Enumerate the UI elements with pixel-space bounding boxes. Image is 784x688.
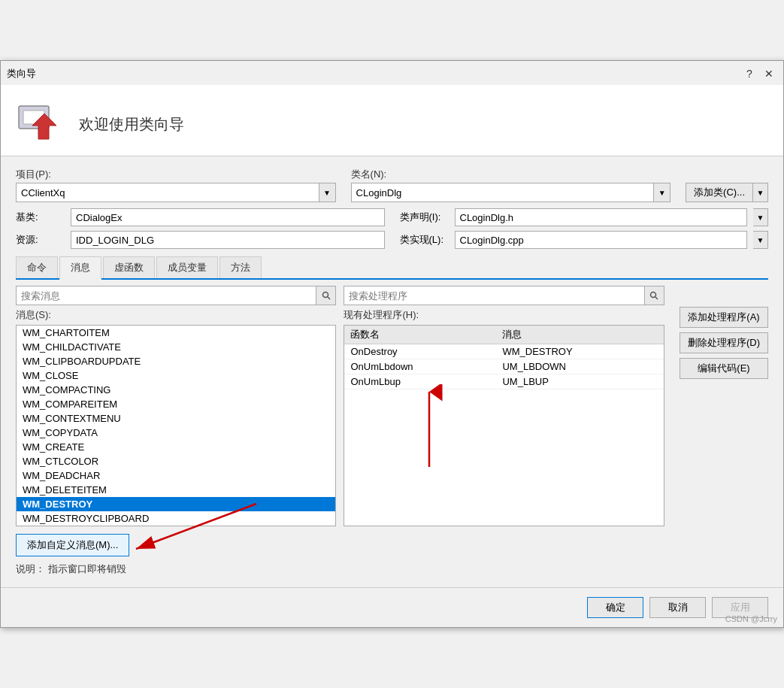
table-row[interactable]: OnUmLbdown UM_LBDOWN [344,359,663,374]
list-item[interactable]: WM_COMPAREITEM [17,397,335,411]
svg-line-4 [328,297,330,299]
classname-dropdown-icon[interactable]: ▼ [654,183,670,202]
svg-point-3 [322,292,328,298]
msg-cell: WM_DESTROY [496,344,664,359]
add-class-split-icon[interactable]: ▼ [753,183,768,202]
description-label: 说明： [16,563,45,574]
classdecl-value: CLoginDlg.h [455,208,748,226]
svg-line-6 [655,297,658,299]
search-icon [649,291,658,300]
list-item-wm-destroy[interactable]: WM_DESTROY [17,497,335,511]
resource-label: 资源: [16,233,65,247]
titlebar: 类向导 ? ✕ [1,61,783,85]
tab-methods[interactable]: 方法 [219,256,262,278]
sub-fields: 基类: CDialogEx 类声明(I): CLoginDlg.h ▼ 资源: … [16,208,768,249]
handlers-list-label: 现有处理程序(H): [344,308,664,322]
add-class-btn-group: 添加类(C)... ▼ [686,183,768,202]
resource-value: IDD_LOGIN_DLG [71,231,385,249]
col-message: 消息 [496,326,664,344]
table-row[interactable]: OnUmLbup UM_LBUP [344,374,663,389]
classdecl-dropdown-icon[interactable]: ▼ [753,208,768,226]
wizard-title: 欢迎使用类向导 [79,114,184,135]
titlebar-buttons: ? ✕ [741,65,777,82]
dialog-footer: 确定 取消 应用 [1,587,783,627]
classname-row: CLoginDlg ▼ [351,183,671,202]
add-class-button[interactable]: 添加类(C)... [686,183,753,202]
func-cell: OnDestroy [344,344,496,359]
base-value: CDialogEx [71,208,385,226]
classimpl-dropdown-icon[interactable]: ▼ [753,231,768,249]
list-item[interactable]: WM_CONTEXTMENU [17,411,335,426]
list-item[interactable]: WM_CTLCOLOR [17,454,335,468]
list-item[interactable]: WM_CLOSE [17,368,335,383]
dialog-content: 项目(P): CClientXq ▼ 类名(N): CLoginDlg ▼ [1,156,783,587]
tab-member-vars[interactable]: 成员变量 [156,256,218,278]
messages-list[interactable]: WM_CHARTOITEM WM_CHILDACTIVATE WM_CLIPBO… [16,325,336,526]
tab-virtual[interactable]: 虚函数 [103,256,155,278]
ok-button[interactable]: 确定 [587,597,643,618]
description-text: 指示窗口即将销毁 [48,563,126,574]
window-title: 类向导 [7,67,36,80]
dialog-window: 类向导 ? ✕ 欢迎使用类向导 项目(P): CClientXq ▼ [0,60,784,628]
message-search-input[interactable] [17,290,316,302]
func-cell: OnUmLbdown [344,359,496,374]
table-row[interactable]: OnDestroy WM_DESTROY [344,344,663,359]
top-fields: 项目(P): CClientXq ▼ 类名(N): CLoginDlg ▼ [16,168,768,202]
base-label: 基类: [16,211,65,224]
wizard-header: 欢迎使用类向导 [1,85,783,156]
handler-search-input[interactable] [344,290,643,302]
edit-code-button[interactable]: 编辑代码(E) [680,358,768,379]
message-search-button[interactable] [316,286,335,305]
delete-handler-button[interactable]: 删除处理程序(D) [680,332,768,353]
list-item[interactable]: WM_CLIPBOARDUPDATE [17,354,335,368]
handler-search-button[interactable] [644,286,664,305]
tab-bar: 命令 消息 虚函数 成员变量 方法 [16,256,768,280]
add-handler-button[interactable]: 添加处理程序(A) [680,307,768,328]
list-item[interactable]: WM_DEADCHAR [17,468,335,483]
description-area: 说明： 指示窗口即将销毁 [16,562,768,576]
func-cell: OnUmLbup [344,374,496,389]
tab-command[interactable]: 命令 [16,256,58,278]
search-icon [322,291,331,300]
project-row: CClientXq ▼ [16,183,336,202]
add-custom-message-button[interactable]: 添加自定义消息(M)... [16,534,129,556]
project-select[interactable]: CClientXq [16,183,319,202]
base-row: 基类: CDialogEx [16,208,385,226]
classimpl-value: CLoginDlg.cpp [455,231,748,249]
bottom-bar: 添加自定义消息(M)... [16,534,768,556]
list-item[interactable]: WM_DESTROYCLIPBOARD [17,511,335,526]
main-panel: 消息(S): WM_CHARTOITEM WM_CHILDACTIVATE WM… [16,286,768,526]
classname-label: 类名(N): [351,168,671,181]
list-item[interactable]: WM_CREATE [17,440,335,454]
classname-select[interactable]: CLoginDlg [351,183,655,202]
classname-field-group: 类名(N): CLoginDlg ▼ [351,168,671,202]
messages-panel: 消息(S): WM_CHARTOITEM WM_CHILDACTIVATE WM… [16,286,336,526]
tab-message[interactable]: 消息 [59,256,101,280]
wizard-icon [16,100,64,148]
list-item[interactable]: WM_CHILDACTIVATE [17,340,335,354]
message-search-bar [16,286,336,305]
msg-cell: UM_LBUP [496,374,664,389]
help-button[interactable]: ? [741,65,758,82]
project-field-group: 项目(P): CClientXq ▼ [16,168,336,202]
handlers-table[interactable]: 函数名 消息 OnDestroy WM_DESTROY OnUmLbdown [344,325,664,526]
list-item[interactable]: WM_COMPACTING [17,383,335,397]
svg-point-5 [651,292,656,298]
classimpl-row: 类实现(L): CLoginDlg.cpp ▼ [400,231,769,249]
resource-row: 资源: IDD_LOGIN_DLG [16,231,385,249]
col-funcname: 函数名 [344,326,496,344]
watermark: CSDN @Jcrry [725,614,777,623]
list-item[interactable]: WM_CHARTOITEM [17,326,335,340]
action-buttons: 添加处理程序(A) 删除处理程序(D) 编辑代码(E) [680,286,768,526]
msg-cell: UM_LBDOWN [496,359,664,374]
window-close-button[interactable]: ✕ [761,65,777,82]
cancel-button[interactable]: 取消 [649,597,706,618]
classdecl-label: 类声明(I): [400,211,449,224]
handlers-panel: 现有处理程序(H): 函数名 消息 OnDestroy WM_D [344,286,664,526]
classdecl-row: 类声明(I): CLoginDlg.h ▼ [400,208,769,226]
classimpl-label: 类实现(L): [400,233,449,247]
project-dropdown-icon[interactable]: ▼ [319,183,336,202]
list-item[interactable]: WM_COPYDATA [17,426,335,440]
project-label: 项目(P): [16,168,336,181]
list-item[interactable]: WM_DELETEITEM [17,483,335,497]
